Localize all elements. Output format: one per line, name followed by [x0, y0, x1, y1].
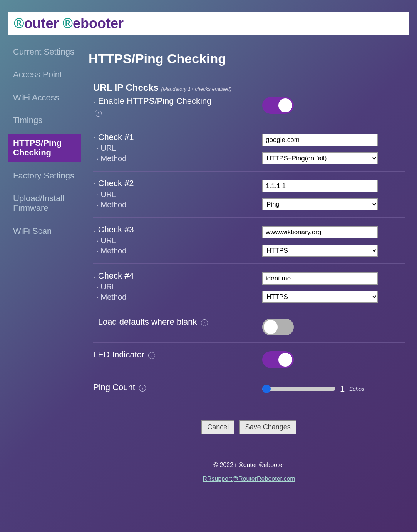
check-row-1: ○Check #1·URL·MethodHTTPS+Ping(on fail)P…	[93, 125, 405, 171]
save-button[interactable]: Save Changes	[239, 420, 296, 434]
load-defaults-label: Load defaults where blank	[98, 317, 197, 327]
check-method-select-2[interactable]: HTTPS+Ping(on fail)PingHTTPS	[262, 198, 378, 210]
check-url-input-2[interactable]	[262, 180, 378, 192]
load-defaults-row: ○Load defaults where blank i	[93, 310, 405, 342]
sidebar-item-current-settings[interactable]: Current Settings	[8, 43, 81, 60]
section-title: URL IP Checks	[93, 82, 159, 93]
check-method-select-3[interactable]: HTTPS+Ping(on fail)PingHTTPS	[262, 245, 378, 257]
check-url-input-4[interactable]	[262, 272, 378, 285]
check-row-3: ○Check #3·URL·MethodHTTPS+Ping(on fail)P…	[93, 217, 405, 263]
info-icon[interactable]: i	[148, 352, 155, 359]
sidebar-item-upload-install-firmware[interactable]: Upload/Install Firmware	[8, 190, 81, 217]
method-label: Method	[101, 154, 127, 163]
check-row-2: ○Check #2·URL·MethodHTTPS+Ping(on fail)P…	[93, 171, 405, 217]
info-icon[interactable]: i	[201, 319, 208, 326]
info-icon[interactable]: i	[139, 385, 146, 392]
sidebar-item-wifi-scan[interactable]: WiFi Scan	[8, 222, 81, 240]
app-title: ®outer ®ebooter	[14, 15, 403, 32]
info-icon[interactable]: i	[95, 110, 102, 117]
method-label: Method	[101, 200, 127, 209]
check-url-input-3[interactable]	[262, 226, 378, 238]
check-title: Check #2	[98, 178, 134, 188]
page-title: HTTPS/Ping Checking	[89, 51, 409, 66]
check-title: Check #4	[98, 271, 134, 280]
sidebar: Current SettingsAccess PointWiFi AccessT…	[8, 43, 81, 482]
cancel-button[interactable]: Cancel	[201, 420, 234, 434]
ping-count-unit: Echos	[349, 386, 364, 392]
url-label: URL	[101, 236, 116, 245]
check-url-input-1[interactable]	[262, 134, 378, 146]
check-title: Check #3	[98, 225, 134, 234]
section-header: URL IP Checks (Mandatory 1+ checks enabl…	[93, 82, 405, 93]
sidebar-item-https-ping-checking[interactable]: HTTPS/Ping Checking	[8, 134, 81, 162]
settings-panel: URL IP Checks (Mandatory 1+ checks enabl…	[89, 78, 409, 442]
ping-count-row: Ping Count i 1 Echos	[93, 375, 405, 401]
top-divider	[89, 43, 409, 43]
copyright: © 2022+ ®outer ®ebooter	[89, 462, 409, 469]
ping-count-value: 1	[340, 384, 345, 394]
sidebar-item-factory-settings[interactable]: Factory Settings	[8, 167, 81, 184]
section-hint: (Mandatory 1+ checks enabled)	[161, 86, 231, 92]
url-label: URL	[101, 190, 116, 198]
button-bar: Cancel Save Changes	[93, 420, 405, 434]
enable-label: Enable HTTPS/Ping Checking	[98, 96, 212, 106]
url-label: URL	[101, 144, 116, 152]
sidebar-item-wifi-access[interactable]: WiFi Access	[8, 89, 81, 106]
support-email-link[interactable]: RRsupport@RouterRebooter.com	[89, 475, 409, 482]
led-label: LED Indicator	[93, 350, 144, 359]
check-row-4: ○Check #4·URL·MethodHTTPS+Ping(on fail)P…	[93, 263, 405, 310]
check-method-select-4[interactable]: HTTPS+Ping(on fail)PingHTTPS	[262, 291, 378, 303]
check-method-select-1[interactable]: HTTPS+Ping(on fail)PingHTTPS	[262, 152, 378, 164]
footer: © 2022+ ®outer ®ebooter RRsupport@Router…	[89, 462, 409, 482]
url-label: URL	[101, 282, 116, 291]
load-defaults-toggle[interactable]	[262, 319, 294, 335]
enable-row: ○Enable HTTPS/Ping Checking i	[93, 93, 405, 125]
sidebar-item-access-point[interactable]: Access Point	[8, 66, 81, 83]
led-row: LED Indicator i	[93, 342, 405, 375]
check-title: Check #1	[98, 132, 134, 142]
ping-count-slider[interactable]	[262, 387, 335, 391]
method-label: Method	[101, 247, 127, 255]
ping-count-label: Ping Count	[93, 382, 135, 392]
method-label: Method	[101, 293, 127, 301]
sidebar-item-timings[interactable]: Timings	[8, 112, 81, 129]
app-header: ®outer ®ebooter	[8, 12, 409, 35]
enable-toggle[interactable]	[262, 97, 294, 114]
led-toggle[interactable]	[262, 351, 294, 368]
